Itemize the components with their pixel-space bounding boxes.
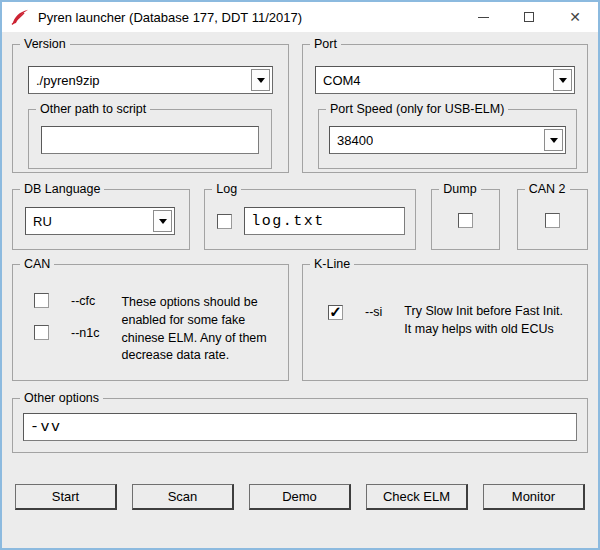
n1c-option-row: --n1c xyxy=(34,325,99,340)
other-options-input[interactable] xyxy=(23,413,577,441)
maximize-icon xyxy=(524,12,534,22)
maximize-button[interactable] xyxy=(506,2,552,32)
other-path-group-label: Other path to script xyxy=(36,102,150,116)
dropdown-arrow-icon[interactable] xyxy=(251,69,270,91)
action-buttons-row: Start Scan Demo Check ELM Monitor xyxy=(12,484,588,510)
start-button[interactable]: Start xyxy=(15,484,117,510)
minimize-icon xyxy=(478,17,489,18)
window-controls: ✕ xyxy=(460,2,598,32)
port-speed-group-label: Port Speed (only for USB-ELM) xyxy=(326,102,508,116)
dropdown-arrow-icon[interactable] xyxy=(544,129,563,151)
window-title: Pyren launcher (Database 177, DDT 11/201… xyxy=(38,10,302,25)
log-checkbox[interactable] xyxy=(217,214,232,229)
port-select-value: COM4 xyxy=(323,73,361,88)
n1c-flag-label: --n1c xyxy=(71,326,99,340)
port-group-label: Port xyxy=(310,37,341,51)
other-options-group: Other options xyxy=(12,398,588,453)
port-select[interactable]: COM4 xyxy=(315,66,575,94)
log-group: Log xyxy=(204,189,416,250)
kline-description: Try Slow Init before Fast Init. It may h… xyxy=(404,303,563,339)
dump-group: Dump xyxy=(431,189,499,250)
other-options-group-label: Other options xyxy=(20,391,103,405)
close-icon: ✕ xyxy=(569,10,581,24)
tk-feather-icon xyxy=(11,9,31,26)
client-area: Version ./pyren9zip Other path to script… xyxy=(2,32,598,548)
dropdown-arrow-icon[interactable] xyxy=(553,69,572,91)
minimize-button[interactable] xyxy=(460,2,506,32)
version-group: Version ./pyren9zip Other path to script xyxy=(12,44,289,173)
can-description: These options should be enabled for some… xyxy=(121,294,266,365)
dump-group-label: Dump xyxy=(439,182,480,196)
si-flag-label: --si xyxy=(365,305,382,319)
port-speed-group: Port Speed (only for USB-ELM) 38400 xyxy=(318,109,577,169)
can2-group: CAN 2 xyxy=(517,189,588,250)
can-group-label: CAN xyxy=(20,257,54,271)
port-speed-select-value: 38400 xyxy=(337,133,373,148)
other-path-input[interactable] xyxy=(41,126,259,154)
chevron-down-icon xyxy=(257,78,265,83)
cfc-flag-label: --cfc xyxy=(71,294,95,308)
dump-checkbox[interactable] xyxy=(458,213,473,228)
other-path-group: Other path to script xyxy=(28,109,272,169)
log-group-label: Log xyxy=(212,182,241,196)
version-group-label: Version xyxy=(20,37,70,51)
version-select-value: ./pyren9zip xyxy=(36,73,100,88)
n1c-checkbox[interactable] xyxy=(34,325,49,340)
can-group: CAN --cfc --n1c These options should be … xyxy=(12,264,289,381)
check-elm-button[interactable]: Check ELM xyxy=(366,484,468,510)
db-language-group: DB Language RU xyxy=(12,189,190,250)
cfc-checkbox[interactable] xyxy=(34,293,49,308)
can2-checkbox[interactable] xyxy=(545,213,560,228)
dropdown-arrow-icon[interactable] xyxy=(153,210,172,232)
db-language-select-value: RU xyxy=(33,214,52,229)
monitor-button[interactable]: Monitor xyxy=(483,484,585,510)
titlebar[interactable]: Pyren launcher (Database 177, DDT 11/201… xyxy=(2,2,598,32)
can2-group-label: CAN 2 xyxy=(525,182,570,196)
scan-button[interactable]: Scan xyxy=(132,484,234,510)
checkmark-icon: ✓ xyxy=(329,304,342,319)
chevron-down-icon xyxy=(559,78,567,83)
chevron-down-icon xyxy=(159,219,167,224)
port-speed-select[interactable]: 38400 xyxy=(329,126,566,154)
kline-group-label: K-Line xyxy=(310,257,354,271)
demo-button[interactable]: Demo xyxy=(249,484,351,510)
version-select[interactable]: ./pyren9zip xyxy=(28,66,273,94)
chevron-down-icon xyxy=(550,138,558,143)
pyren-launcher-window: Pyren launcher (Database 177, DDT 11/201… xyxy=(0,0,600,550)
log-filename-input[interactable] xyxy=(244,207,405,235)
close-button[interactable]: ✕ xyxy=(552,2,598,32)
db-language-group-label: DB Language xyxy=(20,182,104,196)
port-group: Port COM4 Port Speed (only for USB-ELM) … xyxy=(302,44,588,173)
cfc-option-row: --cfc xyxy=(34,293,99,308)
si-checkbox[interactable]: ✓ xyxy=(328,305,343,320)
kline-group: K-Line ✓ --si Try Slow Init before Fast … xyxy=(302,264,588,381)
db-language-select[interactable]: RU xyxy=(25,207,175,235)
